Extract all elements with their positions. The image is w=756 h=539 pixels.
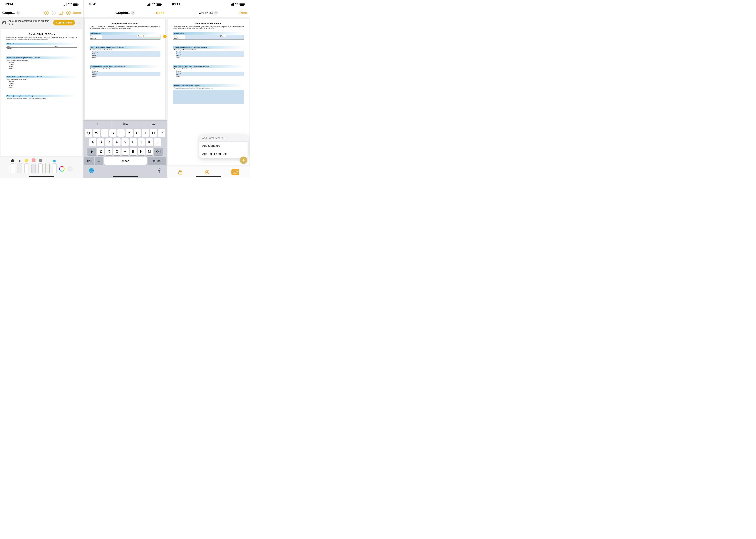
key-t[interactable]: T xyxy=(118,129,125,137)
key-x[interactable]: X xyxy=(105,148,113,155)
ruler-tool[interactable] xyxy=(45,160,49,173)
tick-opt[interactable]: Walking xyxy=(176,53,244,55)
home-indicator[interactable] xyxy=(196,176,221,177)
field-name[interactable] xyxy=(102,35,137,37)
key-k[interactable]: K xyxy=(146,138,153,146)
suggestion[interactable]: I xyxy=(84,120,111,128)
tick-opt[interactable]: Music xyxy=(92,55,160,57)
document-viewport[interactable]: Sample Fillable PDF Form Fillable PDF fo… xyxy=(84,17,167,120)
menu-item-add-signature[interactable]: Add Signature xyxy=(200,142,248,150)
key-m[interactable]: M xyxy=(146,148,153,155)
key-a[interactable]: A xyxy=(89,138,96,146)
done-button[interactable]: Done xyxy=(239,11,248,15)
tick-opt[interactable]: Walking xyxy=(9,63,77,65)
tick-opt[interactable]: Other: xyxy=(92,57,160,59)
add-form-item-button[interactable]: ＋ xyxy=(240,157,247,164)
key-numbers[interactable]: 123 xyxy=(84,157,94,165)
radio-opt[interactable]: Walking xyxy=(9,83,77,84)
form-fill-button[interactable] xyxy=(231,169,239,175)
tick-opt[interactable]: Walking xyxy=(92,53,160,55)
key-z[interactable]: Z xyxy=(97,148,104,155)
markup-button[interactable] xyxy=(205,170,210,175)
done-button[interactable]: Done xyxy=(73,11,81,15)
add-tool-button[interactable]: + xyxy=(67,166,73,172)
key-q[interactable]: Q xyxy=(85,129,92,137)
pen-tool[interactable] xyxy=(11,160,15,173)
document-viewport[interactable]: Sample Fillable PDF Form Fillable PDF fo… xyxy=(0,28,83,157)
tick-opt[interactable]: Music xyxy=(9,65,77,67)
globe-icon[interactable]: 🌐 xyxy=(89,168,94,173)
radio-opt[interactable]: Reading xyxy=(9,81,77,83)
home-indicator[interactable] xyxy=(29,176,54,177)
key-w[interactable]: W xyxy=(93,129,100,137)
color-picker-button[interactable] xyxy=(59,166,65,172)
radio-opt[interactable]: Music xyxy=(9,84,77,86)
lasso-tool[interactable] xyxy=(39,160,42,173)
doc-title-dropdown[interactable]: Graphic1 xyxy=(199,11,218,15)
key-space[interactable]: space xyxy=(104,157,146,165)
tick-opt[interactable]: Other: xyxy=(176,57,244,59)
key-v[interactable]: V xyxy=(122,148,128,155)
eraser-tool[interactable] xyxy=(32,160,36,173)
tick-opt[interactable]: Other: xyxy=(9,67,77,69)
doc-title-dropdown[interactable]: Graph… xyxy=(2,11,20,15)
field-name[interactable] xyxy=(18,45,54,47)
microphone-icon[interactable] xyxy=(158,168,161,173)
home-indicator[interactable] xyxy=(113,176,138,177)
form-placeholder-box[interactable] xyxy=(173,90,244,104)
key-s[interactable]: S xyxy=(97,138,104,146)
radio-opt[interactable]: Music xyxy=(176,74,244,76)
undo-button[interactable] xyxy=(43,10,49,16)
key-d[interactable]: D xyxy=(105,138,113,146)
field-date[interactable] xyxy=(226,35,244,37)
autofill-icon-button[interactable] xyxy=(58,10,64,16)
key-b[interactable]: B xyxy=(129,148,137,155)
menu-item-add-text-box[interactable]: Add Text Form Box xyxy=(200,150,248,158)
radio-opt[interactable]: Music xyxy=(92,74,160,76)
key-return[interactable]: return xyxy=(147,157,166,165)
key-y[interactable]: Y xyxy=(126,129,133,137)
suggestion[interactable]: I'm xyxy=(139,120,167,128)
highlighter-tool[interactable] xyxy=(25,160,29,173)
key-h[interactable]: H xyxy=(129,138,137,146)
key-g[interactable]: G xyxy=(122,138,128,146)
pencil-tool[interactable] xyxy=(52,160,56,173)
done-button[interactable]: Done xyxy=(156,11,164,15)
marker-tool[interactable] xyxy=(18,160,22,173)
markup-icon-button[interactable] xyxy=(65,10,71,16)
key-o[interactable]: O xyxy=(150,129,157,137)
radio-opt[interactable]: Other: xyxy=(9,86,77,88)
radio-opt[interactable]: Reading xyxy=(92,70,160,72)
field-address[interactable] xyxy=(18,47,77,50)
autofill-form-button[interactable]: AutoFill Form xyxy=(53,20,75,26)
field-name[interactable] xyxy=(185,35,221,37)
key-c[interactable]: C xyxy=(114,148,121,155)
key-r[interactable]: R xyxy=(109,129,117,137)
tick-opt[interactable]: Reading xyxy=(176,51,244,53)
key-i[interactable]: I xyxy=(142,129,149,137)
key-shift[interactable] xyxy=(87,148,96,155)
key-p[interactable]: P xyxy=(158,129,165,137)
field-address[interactable] xyxy=(102,37,160,39)
radio-opt[interactable]: Walking xyxy=(92,72,160,74)
key-f[interactable]: F xyxy=(114,138,121,146)
field-date[interactable] xyxy=(60,45,77,47)
radio-opt[interactable]: Walking xyxy=(176,72,244,74)
dismiss-banner-button[interactable]: ✕ xyxy=(77,21,81,25)
field-options-button[interactable]: ⋯ xyxy=(163,35,167,38)
field-address[interactable] xyxy=(185,37,244,39)
share-button[interactable] xyxy=(178,170,183,175)
doc-title-dropdown[interactable]: Graphic1 xyxy=(116,11,135,15)
redo-button[interactable] xyxy=(51,10,57,16)
tick-opt[interactable]: Music xyxy=(176,55,244,57)
key-e[interactable]: E xyxy=(101,129,108,137)
radio-opt[interactable]: Other: xyxy=(92,76,160,78)
field-date-active[interactable] xyxy=(143,35,160,37)
key-delete[interactable] xyxy=(154,148,163,155)
key-j[interactable]: J xyxy=(138,138,145,146)
tick-opt[interactable]: Reading xyxy=(92,51,160,53)
radio-opt[interactable]: Other: xyxy=(176,76,244,78)
key-n[interactable]: N xyxy=(138,148,145,155)
tick-opt[interactable]: Reading xyxy=(9,61,77,63)
key-u[interactable]: U xyxy=(134,129,141,137)
